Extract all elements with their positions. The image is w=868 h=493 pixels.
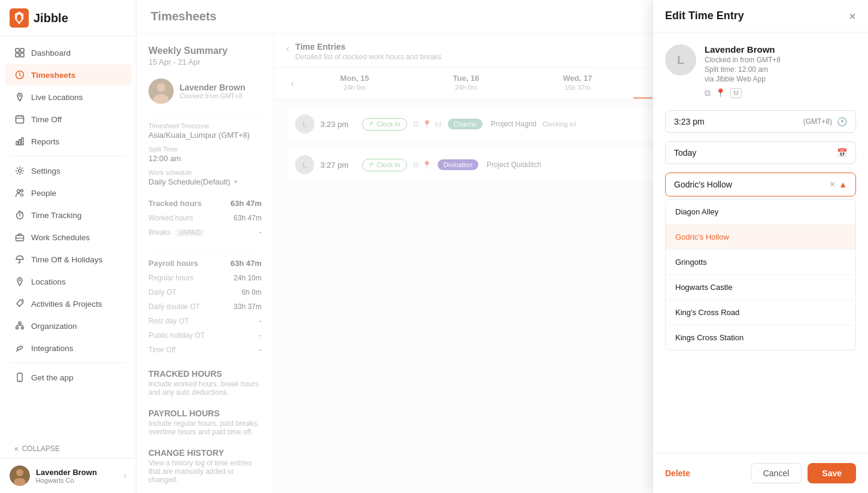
worked-value: 63h 47m bbox=[233, 214, 262, 222]
bar-chart-icon bbox=[14, 136, 25, 147]
sidebar-item-locations[interactable]: Locations bbox=[5, 271, 131, 292]
list-item[interactable]: Gringotts bbox=[666, 250, 855, 275]
collapse-arrows-icon: « bbox=[14, 444, 19, 453]
location-field[interactable]: Godric's Hollow × ▲ bbox=[665, 173, 856, 196]
payroll-hours-desc: Include regular hours, paid breaks, over… bbox=[148, 419, 262, 436]
list-item[interactable]: Hogwarts Castle bbox=[666, 275, 855, 300]
sidebar-item-work-schedules[interactable]: Work Schedules bbox=[5, 226, 131, 248]
prev-week-arrow[interactable]: ‹ bbox=[286, 71, 299, 96]
info-section: Timesheet Timezone Asia/Kuala_Lumpur (GM… bbox=[148, 122, 262, 186]
tracked-value: 63h 47m bbox=[230, 199, 262, 208]
sidebar-item-organization[interactable]: Organization bbox=[5, 315, 131, 337]
location-pin-icon-1: 📍 bbox=[422, 120, 432, 129]
person-info-row: L Lavender Brown Clocked in from GMT+8 S… bbox=[665, 44, 856, 98]
edit-time-entry-panel: Edit Time Entry × L Lavender Brown Clock… bbox=[652, 0, 868, 493]
sidebar-item-people-label: People bbox=[31, 189, 56, 198]
sidebar-item-live-locations[interactable]: Live Locations bbox=[5, 86, 131, 108]
worked-label: Worked hours bbox=[148, 214, 193, 222]
person-name: Lavender Brown bbox=[180, 83, 245, 92]
jibble-logo-icon bbox=[10, 8, 29, 28]
svg-rect-9 bbox=[19, 140, 21, 145]
edit-clocked-from: Clocked in from GMT+8 bbox=[705, 56, 856, 64]
sidebar-item-live-locations-label: Live Locations bbox=[31, 93, 83, 102]
schedule-dropdown-icon[interactable]: ▾ bbox=[234, 178, 238, 186]
sidebar-item-time-tracking[interactable]: Time Tracking bbox=[5, 204, 131, 226]
wed-label: Wed, 17 bbox=[527, 74, 629, 83]
wed-hours: 15h 37m bbox=[527, 84, 629, 91]
sidebar-item-work-schedules-label: Work Schedules bbox=[31, 233, 90, 242]
tue-label: Tue, 16 bbox=[415, 74, 517, 83]
sidebar-item-timesheets[interactable]: Timesheets bbox=[5, 64, 131, 86]
user-profile-arrow-icon: › bbox=[124, 471, 126, 480]
entry-project-2: Project Quidditch bbox=[487, 161, 541, 169]
sidebar-item-time-tracking-label: Time Tracking bbox=[31, 211, 81, 220]
clock-in-button-2[interactable]: ↱ Clock In bbox=[362, 159, 407, 171]
time-field-row: 3:23 pm (GMT+8) 🕐 bbox=[665, 110, 856, 133]
sidebar-item-settings[interactable]: Settings bbox=[5, 160, 131, 182]
sidebar-item-reports[interactable]: Reports bbox=[5, 131, 131, 152]
save-button[interactable]: Save bbox=[808, 463, 856, 483]
collapse-label: COLLAPSE bbox=[22, 444, 60, 453]
user-name: Lavender Brown bbox=[36, 468, 118, 477]
clock-in-button-1[interactable]: ↱ Clock In bbox=[362, 118, 407, 131]
location-dropdown-icon[interactable]: ▲ bbox=[839, 180, 847, 189]
date-tab-tue[interactable]: Tue, 16 24h 0m bbox=[410, 68, 521, 99]
list-item[interactable]: King's Cross Road bbox=[666, 300, 855, 325]
cancel-button[interactable]: Cancel bbox=[751, 463, 802, 483]
settings-icon bbox=[14, 165, 25, 176]
dropdown-item-label-selected: Godric's Hollow bbox=[675, 232, 729, 241]
regular-row: Regular hours 24h 10m bbox=[148, 271, 262, 285]
mon-label: Mon, 15 bbox=[304, 74, 405, 83]
breaks-row: Breaks UNPAID - bbox=[148, 225, 262, 240]
delete-button[interactable]: Delete bbox=[665, 468, 690, 478]
edit-split-time: Split time: 12:00 am bbox=[705, 65, 856, 74]
public-holiday-row: Public holiday OT - bbox=[148, 328, 262, 343]
time-off-label: Time Off bbox=[148, 346, 175, 354]
timezone-value: Asia/Kuala_Lumpur (GMT+8) bbox=[148, 131, 262, 140]
grid-icon bbox=[14, 47, 25, 58]
date-tab-mon[interactable]: Mon, 15 24h 0m bbox=[299, 68, 410, 99]
entry-avatar-1: L bbox=[295, 114, 314, 134]
user-profile[interactable]: Lavender Brown Hogwarts Co › bbox=[0, 458, 136, 493]
back-arrow-icon[interactable]: ‹ bbox=[286, 43, 289, 54]
list-item[interactable]: Kings Cross Station bbox=[666, 325, 855, 350]
close-button[interactable]: × bbox=[849, 10, 856, 22]
sidebar-item-activities-projects-label: Activities & Projects bbox=[31, 300, 102, 308]
svg-rect-10 bbox=[22, 138, 23, 145]
sidebar: Jibble Dashboard Timesheets Live Locatio… bbox=[0, 0, 136, 493]
get-app-item[interactable]: Get the app bbox=[5, 367, 131, 388]
rest-day-ot-label: Rest day OT bbox=[148, 317, 189, 325]
svg-point-22 bbox=[19, 380, 20, 381]
list-item[interactable]: Diagon Alley bbox=[666, 199, 855, 225]
sidebar-item-activities-projects[interactable]: Activities & Projects bbox=[5, 293, 131, 314]
tracked-hours-section: Tracked hours 63h 47m Worked hours 63h 4… bbox=[148, 196, 262, 240]
sidebar-item-dashboard[interactable]: Dashboard bbox=[5, 42, 131, 63]
entry-avatar-2: L bbox=[295, 155, 314, 174]
timer-icon bbox=[14, 210, 25, 220]
plug-icon bbox=[14, 343, 25, 353]
work-schedule-value: Daily Schedule(Default) bbox=[148, 177, 230, 186]
svg-rect-18 bbox=[19, 322, 21, 324]
location-clear-icon[interactable]: × bbox=[830, 179, 835, 190]
left-summary-panel: Weekly Summary 15 Apr - 21 Apr Lavender … bbox=[136, 34, 274, 493]
sidebar-item-time-off[interactable]: Time Off bbox=[5, 108, 131, 130]
sidebar-item-time-off-holidays[interactable]: Time Off & Holidays bbox=[5, 249, 131, 270]
time-value: 3:23 pm bbox=[674, 117, 803, 126]
person-clocked: Clocked from GMT+8 bbox=[180, 92, 245, 99]
edit-person-name: Lavender Brown bbox=[705, 44, 856, 55]
dropdown-item-label: Diagon Alley bbox=[675, 207, 718, 216]
mon-hours: 24h 0m bbox=[304, 84, 405, 91]
svg-point-13 bbox=[21, 190, 23, 192]
clocking-in-status: Clocking in! bbox=[542, 120, 576, 128]
sidebar-item-people[interactable]: People bbox=[5, 182, 131, 204]
date-tab-wed[interactable]: Wed, 17 15h 37m bbox=[522, 68, 633, 99]
collapse-button[interactable]: « COLLAPSE bbox=[0, 440, 136, 458]
daily-ot-label: Daily OT bbox=[148, 288, 177, 297]
entry-tag-charms: Charms bbox=[448, 119, 483, 129]
entry-time-2: 3:27 pm bbox=[320, 161, 356, 170]
sidebar-item-integrations[interactable]: Integrations bbox=[5, 337, 131, 359]
list-item[interactable]: Godric's Hollow bbox=[666, 225, 855, 250]
briefcase-icon bbox=[14, 232, 25, 243]
svg-point-11 bbox=[19, 170, 22, 173]
location-value: Godric's Hollow bbox=[674, 180, 830, 189]
